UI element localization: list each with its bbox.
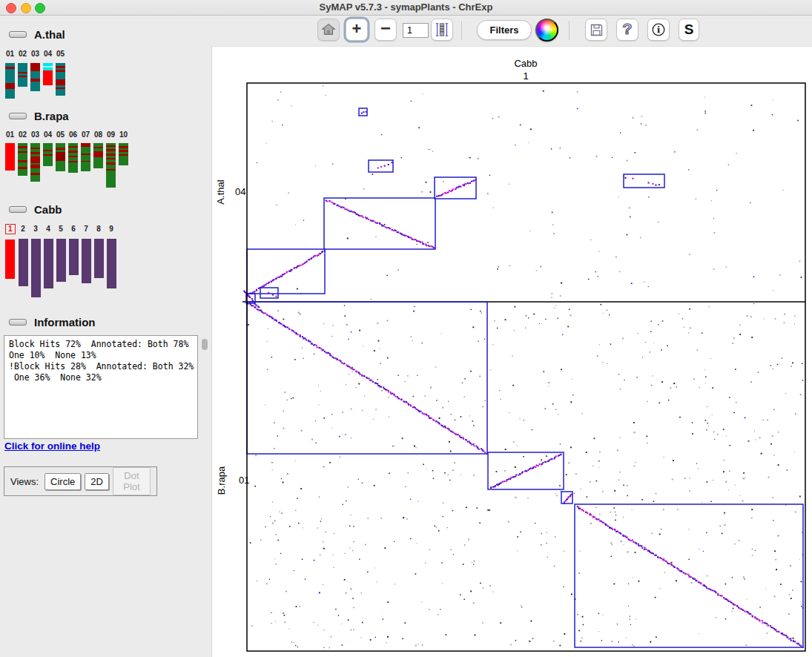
dot-plot-view-button[interactable]: Dot Plot — [113, 467, 151, 495]
noise-dot — [595, 271, 596, 272]
chromosome-brapa-06[interactable]: 06 — [68, 131, 78, 173]
noise-dot — [601, 640, 602, 641]
noise-dot — [673, 383, 675, 384]
chromosome-cabb-5[interactable]: 5 — [56, 225, 66, 282]
noise-dot — [447, 527, 448, 528]
chromosome-bar[interactable] — [5, 240, 15, 279]
chromosome-athal-03[interactable]: 03 — [30, 50, 40, 91]
synteny-hit-dot — [360, 374, 361, 375]
scale-to-chromosome-button[interactable] — [431, 19, 453, 41]
noise-dot — [746, 599, 747, 600]
chromosome-bar[interactable] — [19, 239, 28, 286]
chromosome-bar[interactable] — [56, 63, 65, 96]
help-button[interactable]: ? — [616, 19, 638, 41]
noise-dot — [248, 324, 249, 326]
chromosome-bar[interactable] — [5, 63, 15, 99]
noise-dot — [560, 148, 561, 148]
chromosome-athal-05[interactable]: 05 — [56, 50, 65, 96]
chromosome-bar[interactable] — [94, 239, 104, 278]
noise-dot — [713, 232, 715, 234]
chromosome-cabb-9[interactable]: 9 — [107, 225, 116, 288]
toolbar-separator — [569, 21, 570, 40]
chromosome-bar[interactable] — [30, 63, 40, 91]
chromosome-bar[interactable] — [43, 143, 53, 166]
noise-dot — [679, 314, 679, 314]
color-wheel-button[interactable] — [535, 19, 558, 42]
noise-dot — [690, 478, 690, 478]
zoom-out-button[interactable]: − — [374, 19, 397, 41]
chromosome-cabb-4[interactable]: 4 — [44, 225, 53, 288]
chromosome-bar[interactable] — [30, 143, 40, 182]
noise-dot — [314, 560, 315, 561]
synteny-hit-dot — [308, 259, 310, 260]
circle-view-button[interactable]: Circle — [44, 473, 81, 490]
noise-dot — [285, 591, 287, 592]
chromosome-brapa-01[interactable]: 01 — [5, 131, 15, 171]
collapse-icon[interactable] — [9, 31, 27, 38]
chromosome-brapa-10[interactable]: 10 — [119, 131, 128, 165]
collapse-icon[interactable] — [9, 206, 27, 213]
collapse-icon[interactable] — [9, 319, 27, 326]
chromosome-brapa-09[interactable]: 09 — [106, 131, 116, 188]
chromosome-brapa-05[interactable]: 05 — [56, 131, 65, 171]
scale-input[interactable] — [403, 23, 429, 38]
chromosome-bar[interactable] — [119, 143, 128, 165]
chromosome-brapa-04[interactable]: 04 — [43, 131, 53, 166]
synteny-hit-dot — [353, 211, 354, 213]
chromosome-bar[interactable] — [93, 143, 103, 168]
synteny-hit-dot — [272, 294, 274, 296]
dot-plot-svg[interactable]: Cabb 1 A.thal 04 B.rapa 01 — [211, 46, 812, 657]
chromosome-bar[interactable] — [44, 239, 53, 288]
noise-dot — [314, 353, 315, 354]
zoom-in-button[interactable]: + — [346, 19, 368, 41]
chromosome-brapa-08[interactable]: 08 — [93, 131, 103, 168]
chromosome-bar[interactable] — [81, 143, 90, 171]
synteny-hit-dot — [343, 207, 345, 208]
noise-dot — [603, 313, 604, 314]
chromosome-cabb-7[interactable]: 7 — [82, 225, 91, 283]
chromosome-athal-02[interactable]: 02 — [18, 50, 27, 87]
noise-dot — [745, 478, 745, 478]
noise-dot — [362, 410, 363, 412]
chromosome-athal-04[interactable]: 04 — [43, 50, 53, 85]
chromosome-bar[interactable] — [18, 63, 27, 87]
chromosome-bar[interactable] — [31, 239, 41, 297]
info-button[interactable]: i — [647, 19, 670, 41]
noise-dot — [403, 518, 403, 518]
save-button[interactable] — [585, 19, 607, 41]
noise-dot — [435, 366, 436, 367]
stats-button[interactable]: S — [679, 19, 699, 41]
chromosome-bar[interactable] — [18, 143, 27, 176]
chromosome-brapa-03[interactable]: 03 — [30, 131, 40, 182]
chromosome-cabb-8[interactable]: 8 — [94, 225, 104, 278]
chromosome-bar[interactable] — [69, 239, 79, 275]
chromosome-cabb-1[interactable]: 1 — [5, 225, 16, 279]
chromosome-bar[interactable] — [43, 63, 53, 85]
noise-dot — [485, 400, 486, 401]
2d-view-button[interactable]: 2D — [85, 473, 109, 490]
chromosome-bar[interactable] — [68, 143, 78, 173]
home-button[interactable] — [317, 19, 340, 41]
chromosome-label: 03 — [31, 131, 39, 139]
online-help-link[interactable]: Click for online help — [4, 440, 100, 452]
noise-dot — [577, 108, 578, 110]
noise-dot — [432, 470, 434, 472]
synteny-hit-dot — [794, 641, 796, 642]
chromosome-cabb-3[interactable]: 3 — [31, 225, 41, 297]
chromosome-bar[interactable] — [82, 239, 91, 283]
noise-dot — [793, 638, 794, 639]
chromosome-bar[interactable] — [56, 239, 66, 282]
chromosome-athal-01[interactable]: 01 — [5, 50, 15, 99]
scrollbar-thumb[interactable] — [202, 339, 208, 350]
chromosome-cabb-2[interactable]: 2 — [19, 225, 28, 286]
chromosome-brapa-02[interactable]: 02 — [18, 131, 27, 176]
chromosome-bar[interactable] — [56, 143, 65, 171]
noise-dot — [713, 268, 715, 270]
chromosome-bar[interactable] — [107, 239, 116, 288]
chromosome-cabb-6[interactable]: 6 — [69, 225, 79, 275]
chromosome-bar[interactable] — [5, 143, 15, 171]
collapse-icon[interactable] — [9, 113, 27, 119]
chromosome-brapa-07[interactable]: 07 — [81, 131, 90, 171]
filters-button[interactable]: Filters — [477, 20, 532, 40]
chromosome-bar[interactable] — [106, 143, 116, 188]
